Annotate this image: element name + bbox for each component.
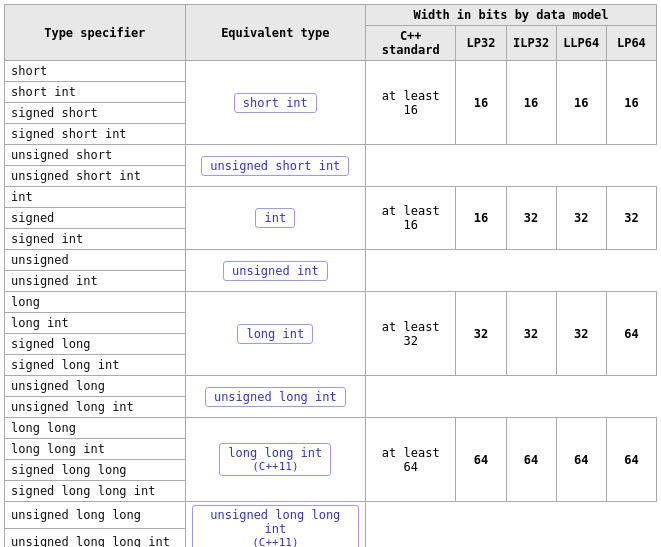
lp64-cell: 32 [606,187,656,250]
equiv-sub: (C++11) [201,536,351,547]
ilp32-cell: 32 [506,292,556,376]
llp64-cell: 32 [556,292,606,376]
lp32-cell: 32 [456,292,506,376]
header-cpp-standard: C++ standard [366,26,456,61]
equiv-box: unsigned long int [205,387,346,407]
lp64-cell: 64 [606,418,656,502]
type-specifier-cell: unsigned long long [5,502,186,529]
table-row: longlong intat least 3232323264 [5,292,657,313]
equivalent-type-cell: int [185,187,366,250]
header-width: Width in bits by data model [366,5,657,26]
lp32-cell: 16 [456,187,506,250]
table-row: long longlong long int(C++11)at least 64… [5,418,657,439]
std-cell: at least 16 [366,187,456,250]
lp64-cell: 64 [606,292,656,376]
type-specifier-cell: signed short [5,103,186,124]
equiv-sub: (C++11) [228,460,322,473]
equivalent-type-cell: long int [185,292,366,376]
type-specifier-cell: signed [5,208,186,229]
std-cell: at least 32 [366,292,456,376]
table-row: intintat least 1616323232 [5,187,657,208]
header-lp64: LP64 [606,26,656,61]
equiv-box: long long int(C++11) [219,443,331,476]
header-type-specifier: Type specifier [5,5,186,61]
equiv-box: int [255,208,295,228]
equivalent-type-cell: short int [185,61,366,145]
type-specifier-cell: long [5,292,186,313]
equivalent-type-cell: long long int(C++11) [185,418,366,502]
type-specifier-cell: signed short int [5,124,186,145]
equivalent-type-cell: unsigned int [185,250,366,292]
header-equivalent-type: Equivalent type [185,5,366,61]
equiv-box: unsigned long long int(C++11) [192,505,360,547]
type-specifier-cell: int [5,187,186,208]
llp64-cell: 16 [556,61,606,145]
type-specifier-cell: unsigned int [5,271,186,292]
table-row: shortshort intat least 1616161616 [5,61,657,82]
type-specifier-cell: unsigned long long int [5,529,186,548]
equiv-box: short int [234,93,317,113]
table-row: unsigned longunsigned long int [5,376,657,397]
equiv-box: unsigned int [223,261,328,281]
type-specifier-cell: unsigned long int [5,397,186,418]
type-specifier-cell: signed long int [5,355,186,376]
equivalent-type-cell: unsigned short int [185,145,366,187]
lp32-cell: 64 [456,418,506,502]
table-row: unsigned shortunsigned short int [5,145,657,166]
ilp32-cell: 16 [506,61,556,145]
table-row: unsignedunsigned int [5,250,657,271]
type-specifier-cell: short int [5,82,186,103]
equiv-box: long int [237,324,313,344]
table-row: unsigned long longunsigned long long int… [5,502,657,529]
type-specifier-cell: signed int [5,229,186,250]
type-specifier-cell: long long [5,418,186,439]
type-specifier-cell: unsigned long [5,376,186,397]
lp32-cell: 16 [456,61,506,145]
header-llp64: LLP64 [556,26,606,61]
ilp32-cell: 64 [506,418,556,502]
type-specifier-cell: signed long long [5,460,186,481]
type-specifier-cell: unsigned short [5,145,186,166]
type-specifier-cell: long int [5,313,186,334]
type-specifier-cell: long long int [5,439,186,460]
type-specifier-cell: unsigned [5,250,186,271]
equivalent-type-cell: unsigned long int [185,376,366,418]
header-ilp32: ILP32 [506,26,556,61]
data-types-table: Type specifier Equivalent type Width in … [4,4,657,547]
type-specifier-cell: unsigned short int [5,166,186,187]
type-specifier-cell: short [5,61,186,82]
equiv-box: unsigned short int [201,156,349,176]
std-cell: at least 16 [366,61,456,145]
std-cell: at least 64 [366,418,456,502]
equivalent-type-cell: unsigned long long int(C++11) [185,502,366,548]
lp64-cell: 16 [606,61,656,145]
ilp32-cell: 32 [506,187,556,250]
type-specifier-cell: signed long [5,334,186,355]
llp64-cell: 32 [556,187,606,250]
header-lp32: LP32 [456,26,506,61]
type-specifier-cell: signed long long int [5,481,186,502]
llp64-cell: 64 [556,418,606,502]
